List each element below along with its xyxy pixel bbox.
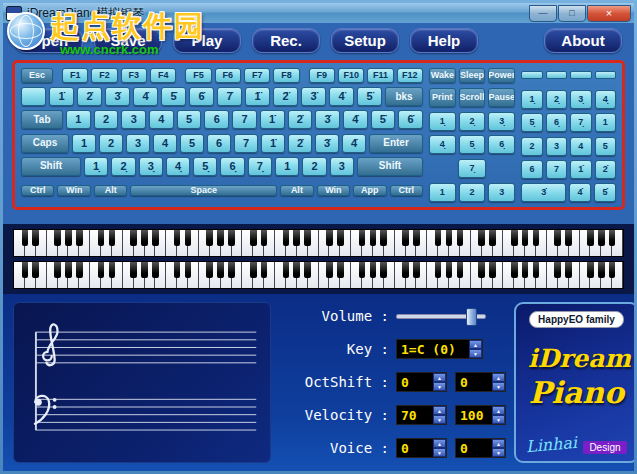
black-key[interactable] [174, 230, 181, 246]
key-Print[interactable]: Print [429, 88, 456, 107]
black-key[interactable] [98, 230, 105, 246]
key-caps[interactable]: Caps [21, 134, 69, 153]
black-key[interactable] [533, 230, 540, 246]
key-Win[interactable]: Win [317, 185, 350, 196]
key-F3[interactable]: F3 [121, 68, 147, 83]
happyeo-family-button[interactable]: HappyEO family [529, 311, 624, 328]
spin-down-icon[interactable]: ▼ [433, 448, 446, 457]
key-4̣[interactable]: 4̣ [595, 90, 616, 109]
key-7[interactable]: 7 [546, 160, 567, 179]
key-1[interactable]: 1 [429, 183, 456, 202]
key-Ctrl[interactable]: Ctrl [21, 185, 54, 196]
black-key[interactable] [109, 262, 116, 278]
key-3̣[interactable]: 3̣ [139, 157, 163, 176]
key-1̇[interactable]: 1̇ [49, 87, 74, 106]
key-Alt[interactable]: Alt [280, 185, 313, 196]
black-key[interactable] [402, 230, 409, 246]
black-key[interactable] [261, 230, 268, 246]
key-1̣[interactable]: 1̣ [521, 90, 542, 109]
spin-up-icon[interactable]: ▲ [433, 406, 446, 415]
black-key[interactable] [533, 262, 540, 278]
key-3̇[interactable]: 3̇ [315, 134, 339, 153]
black-key[interactable] [446, 230, 453, 246]
menu-setup[interactable]: Setup [331, 28, 399, 53]
black-key[interactable] [565, 230, 572, 246]
octshift-right-spinner[interactable]: 0 ▲ ▼ [455, 372, 506, 392]
black-key[interactable] [359, 262, 366, 278]
black-key[interactable] [380, 262, 387, 278]
key-F9[interactable]: F9 [309, 68, 335, 83]
key-2[interactable]: 2 [521, 137, 542, 156]
black-key[interactable] [489, 262, 496, 278]
key-6̣[interactable]: 6̣ [546, 113, 567, 132]
key-4̇[interactable]: 4̇ [133, 87, 158, 106]
key-6̇[interactable]: 6̇ [189, 87, 214, 106]
black-key[interactable] [283, 262, 290, 278]
key-6̣[interactable]: 6̣ [220, 157, 244, 176]
key-2̇[interactable]: 2̇ [288, 110, 313, 129]
key-Power[interactable]: Power [488, 68, 515, 83]
key-7̣[interactable]: 7̣ [570, 113, 591, 132]
black-key[interactable] [304, 230, 311, 246]
key[interactable] [21, 87, 46, 106]
black-key[interactable] [76, 230, 83, 246]
black-key[interactable] [141, 262, 148, 278]
black-key[interactable] [206, 262, 213, 278]
key-2̈[interactable]: 2̈ [273, 87, 298, 106]
black-key[interactable] [217, 230, 224, 246]
key-2̇[interactable]: 2̇ [595, 160, 616, 179]
black-key[interactable] [283, 230, 290, 246]
spin-up-icon[interactable]: ▲ [492, 373, 505, 382]
key-7[interactable]: 7 [234, 134, 258, 153]
key-1̣[interactable]: 1̣ [429, 112, 456, 131]
key-Sleep[interactable]: Sleep [459, 68, 486, 83]
key-2̣[interactable]: 2̣ [546, 90, 567, 109]
key-7̣[interactable]: 7̣ [248, 157, 272, 176]
black-key[interactable] [489, 230, 496, 246]
volume-slider-thumb[interactable] [466, 308, 477, 326]
black-key[interactable] [522, 230, 529, 246]
black-key[interactable] [304, 262, 311, 278]
key-Alt[interactable]: Alt [94, 185, 127, 196]
key-2[interactable]: 2 [459, 183, 486, 202]
black-key[interactable] [98, 262, 105, 278]
black-key[interactable] [370, 230, 377, 246]
key-F11[interactable]: F11 [367, 68, 393, 83]
black-key[interactable] [478, 262, 485, 278]
key-5[interactable]: 5 [177, 110, 202, 129]
black-key[interactable] [413, 262, 420, 278]
spin-down-icon[interactable]: ▼ [469, 349, 482, 358]
key-spinner[interactable]: 1=C (0) ▲ ▼ [396, 339, 483, 359]
key-F4[interactable]: F4 [150, 68, 176, 83]
black-key[interactable] [413, 230, 420, 246]
black-key[interactable] [76, 262, 83, 278]
key-F7[interactable]: F7 [244, 68, 270, 83]
key-3[interactable]: 3 [121, 110, 146, 129]
key-2̣[interactable]: 2̣ [111, 157, 135, 176]
black-key[interactable] [446, 262, 453, 278]
design-button[interactable]: Design [583, 441, 626, 454]
black-key[interactable] [185, 262, 192, 278]
black-key[interactable] [435, 262, 442, 278]
black-key[interactable] [554, 230, 561, 246]
black-key[interactable] [130, 262, 137, 278]
key-2̣[interactable]: 2̣ [459, 112, 486, 131]
black-key[interactable] [337, 262, 344, 278]
key-7̣[interactable]: 7̣ [458, 159, 486, 178]
key-2[interactable]: 2 [94, 110, 119, 129]
key-5̣[interactable]: 5̣ [459, 135, 486, 154]
key-F10[interactable]: F10 [338, 68, 364, 83]
key-6[interactable]: 6 [207, 134, 231, 153]
key-Wake[interactable]: Wake [429, 68, 456, 83]
key-shift-left[interactable]: Shift [21, 157, 81, 176]
black-key[interactable] [32, 262, 39, 278]
key-7[interactable]: 7 [232, 110, 257, 129]
spin-up-icon[interactable]: ▲ [492, 406, 505, 415]
key-5̇[interactable]: 5̇ [161, 87, 186, 106]
key-4[interactable]: 4 [570, 137, 591, 156]
black-key[interactable] [65, 230, 72, 246]
black-key[interactable] [22, 230, 29, 246]
key-F8[interactable]: F8 [273, 68, 299, 83]
key-1̇[interactable]: 1̇ [261, 134, 285, 153]
voice-left-spinner[interactable]: 0 ▲ ▼ [396, 438, 447, 458]
